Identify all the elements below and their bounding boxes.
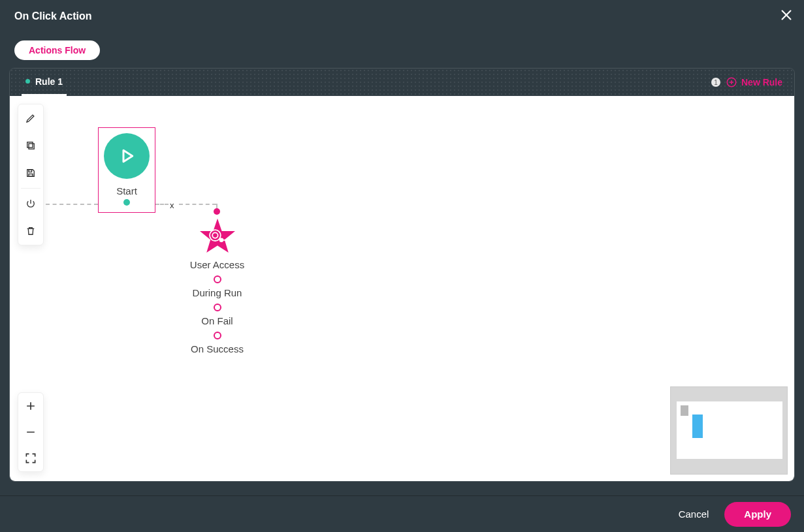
svg-marker-12 (123, 150, 133, 162)
fullscreen-icon (24, 452, 37, 465)
copy-button[interactable] (18, 132, 44, 159)
power-icon (25, 198, 37, 210)
edit-button[interactable] (18, 104, 44, 132)
edge-delete-x[interactable]: x (170, 200, 174, 210)
fit-screen-button[interactable] (18, 445, 44, 471)
tab-actions-flow[interactable]: Actions Flow (14, 40, 100, 60)
plus-icon (24, 399, 37, 413)
node-toolbar (18, 104, 44, 245)
toolbar-separator (21, 188, 40, 189)
edge-segment-h3 (179, 204, 216, 205)
edge-segment-h2 (155, 204, 169, 205)
svg-rect-5 (29, 144, 34, 149)
rule-tab-label: Rule 1 (35, 76, 63, 87)
power-button[interactable] (18, 190, 44, 217)
svg-rect-6 (27, 142, 33, 148)
svg-rect-7 (29, 170, 32, 172)
on-fail-port[interactable] (214, 304, 221, 311)
zoom-in-button[interactable] (18, 393, 44, 419)
start-node[interactable]: Start (98, 127, 155, 213)
play-icon (117, 146, 137, 166)
apply-label: Apply (744, 509, 771, 520)
zoom-toolbar (18, 392, 44, 472)
start-output-port[interactable] (123, 199, 130, 206)
new-rule-group: 1 New Rule (711, 76, 782, 88)
during-run-label: During Run (193, 287, 242, 298)
tab-actions-flow-label: Actions Flow (29, 45, 86, 55)
cancel-label: Cancel (679, 509, 709, 520)
rule-count-badge: 1 (711, 78, 720, 87)
mode-tabs-row: Actions Flow (0, 33, 804, 68)
delete-button[interactable] (18, 217, 44, 245)
close-icon[interactable] (779, 8, 794, 25)
user-access-node[interactable] (198, 217, 237, 257)
during-run-port[interactable] (214, 275, 221, 283)
svg-rect-8 (29, 174, 33, 177)
start-node-label: Start (116, 185, 137, 196)
action-input-port[interactable] (214, 208, 220, 215)
on-success-label: On Success (191, 343, 244, 354)
edge-segment-h1 (46, 204, 98, 205)
rules-panel: Rule 1 1 New Rule (9, 68, 795, 482)
new-rule-button[interactable]: New Rule (726, 76, 782, 88)
cancel-button[interactable]: Cancel (679, 509, 709, 520)
rule-status-dot (25, 79, 30, 84)
copy-icon (25, 140, 37, 151)
save-icon (25, 167, 37, 179)
minimap[interactable] (670, 386, 788, 475)
minus-icon (24, 426, 37, 439)
on-fail-label: On Fail (201, 315, 233, 326)
dialog-header: On Click Action (0, 0, 804, 33)
new-rule-label: New Rule (741, 77, 782, 87)
dialog-title: On Click Action (14, 10, 92, 22)
flow-canvas[interactable]: Start x User Access (10, 96, 794, 481)
start-node-circle (104, 133, 150, 179)
minimap-viewport (677, 401, 782, 459)
dialog-footer: Cancel Apply (0, 495, 804, 532)
rules-header: Rule 1 1 New Rule (10, 69, 794, 96)
pencil-icon (25, 112, 37, 124)
minimap-start-node (681, 405, 688, 416)
user-access-node-labels: User Access During Run On Fail On Succes… (180, 259, 255, 354)
apply-button[interactable]: Apply (724, 502, 791, 527)
on-success-port[interactable] (214, 332, 221, 339)
rule-tab-1[interactable]: Rule 1 (22, 69, 67, 96)
zoom-out-button[interactable] (18, 419, 44, 445)
trash-icon (25, 225, 37, 237)
svg-point-16 (220, 238, 223, 242)
minimap-action-node (692, 415, 703, 438)
user-access-title: User Access (190, 259, 244, 270)
save-button[interactable] (18, 159, 44, 187)
